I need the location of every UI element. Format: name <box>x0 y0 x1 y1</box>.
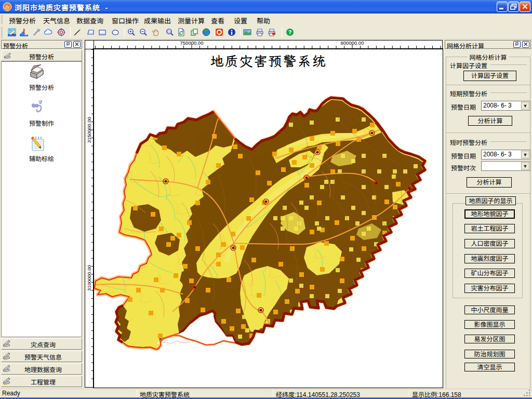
svg-text:3100000.00: 3100000.00 <box>86 265 92 291</box>
svg-text:dy: dy <box>5 4 10 10</box>
svg-text:800000.00: 800000.00 <box>341 40 364 46</box>
svg-text:3150000.00: 3150000.00 <box>86 117 92 143</box>
svg-text:?: ? <box>288 29 292 35</box>
svg-text:750000.00: 750000.00 <box>180 40 204 46</box>
